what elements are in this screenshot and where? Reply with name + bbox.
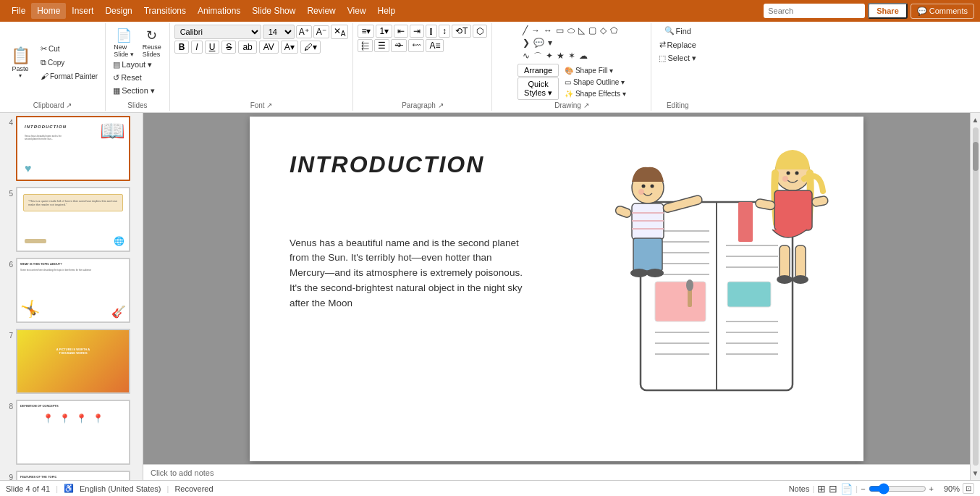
star4-tool[interactable]: ✦: [544, 50, 554, 64]
view-normal-icon[interactable]: ⊞: [817, 483, 826, 495]
bullets-button[interactable]: ≡▾: [358, 25, 374, 38]
highlight-color-button[interactable]: 🖊▾: [300, 41, 321, 54]
line-spacing-button[interactable]: ↕: [439, 25, 450, 38]
reuse-slides-button[interactable]: ↻ ReuseSlides: [139, 28, 165, 57]
view-slide-sorter-icon[interactable]: ⊟: [829, 483, 837, 495]
slide-title[interactable]: INTRODUCTION: [290, 151, 484, 178]
zoom-level[interactable]: 90%: [937, 484, 960, 493]
callout-tool[interactable]: 💬: [532, 37, 546, 49]
text-direction-button[interactable]: ⟲T: [452, 25, 471, 38]
font-name-selector[interactable]: Calibri Arial Times New Roman: [174, 25, 261, 39]
slide-4-thumbnail[interactable]: INTRODUCTION Venus has a beautiful name …: [16, 116, 130, 181]
shape-outline-button[interactable]: ▭ Shape Outline ▾: [562, 77, 629, 88]
zoom-slider[interactable]: [869, 483, 926, 495]
menu-item-insert[interactable]: Insert: [66, 3, 99, 19]
font-color-button[interactable]: A▾: [281, 41, 298, 54]
replace-button[interactable]: ⇄Replace: [656, 38, 699, 51]
menu-item-animations[interactable]: Animations: [192, 3, 246, 19]
scroll-down-button[interactable]: ▼: [971, 468, 980, 479]
decrease-indent-button[interactable]: ⇤: [394, 25, 408, 38]
shadow-button[interactable]: ab: [238, 41, 256, 54]
freeform-tool[interactable]: ∿: [521, 50, 531, 64]
canvas-vscrollbar[interactable]: ▲ ▼: [970, 113, 980, 480]
zoom-out-button[interactable]: −: [861, 484, 865, 493]
justify-button[interactable]: ⬳: [408, 39, 424, 52]
slide-canvas[interactable]: INTRODUCTION Venus has a beautiful name …: [250, 117, 863, 461]
clear-format-button[interactable]: ✕A: [331, 25, 349, 39]
canvas-area[interactable]: INTRODUCTION Venus has a beautiful name …: [143, 113, 970, 480]
layout-button[interactable]: ▤Layout ▾: [110, 59, 165, 71]
chevron-right-tool[interactable]: ❯: [521, 37, 531, 49]
menu-item-slideshow[interactable]: Slide Show: [246, 3, 301, 19]
increase-indent-button[interactable]: ⇥: [410, 25, 424, 38]
shape-fill-button[interactable]: 🎨 Shape Fill ▾: [562, 65, 629, 76]
slide-thumb-8[interactable]: 8 DEFINITION OF CONCEPTS 📍 📍 📍 📍: [0, 397, 143, 468]
slide-8-thumbnail[interactable]: DEFINITION OF CONCEPTS 📍 📍 📍 📍: [16, 400, 130, 465]
numbering-button[interactable]: 1▾: [376, 25, 392, 38]
cols-button[interactable]: ⫿: [426, 25, 437, 38]
fit-slide-button[interactable]: ⊡: [963, 483, 974, 494]
convert-to-smartart-button[interactable]: ⬡: [473, 25, 487, 38]
oval-tool[interactable]: ⬭: [566, 25, 576, 36]
notes-bar[interactable]: Click to add notes: [143, 464, 970, 480]
notes-status-button[interactable]: Notes: [789, 484, 810, 493]
scroll-thumb[interactable]: [973, 142, 979, 171]
rectangle-tool[interactable]: ▭: [554, 25, 565, 36]
search-input[interactable]: [764, 4, 865, 18]
zoom-in-button[interactable]: +: [929, 484, 934, 493]
slide-thumb-6[interactable]: 6 WHAT IS THIS TOPIC ABOUT? Some text co…: [0, 255, 143, 326]
align-right-button[interactable]: ⬲: [391, 39, 407, 52]
slide-9-thumbnail[interactable]: FEATURES OF THE TOPIC: [16, 471, 130, 480]
find-button[interactable]: 🔍Find: [662, 25, 694, 37]
bold-button[interactable]: B: [174, 41, 190, 54]
arrange-button[interactable]: Arrange: [518, 64, 559, 77]
view-reading-icon[interactable]: 📄: [840, 483, 853, 495]
star6-tool[interactable]: ✶: [567, 50, 577, 64]
menu-item-file[interactable]: File: [6, 3, 31, 19]
cloud-tool[interactable]: ☁: [578, 50, 589, 64]
star5-tool[interactable]: ★: [555, 50, 566, 64]
align-center-button[interactable]: ☰: [374, 39, 389, 52]
diamond-tool[interactable]: ◇: [599, 25, 608, 36]
select-button[interactable]: ⬚ Select ▾: [656, 52, 699, 64]
language-info[interactable]: English (United States): [80, 484, 161, 493]
menu-item-view[interactable]: View: [342, 3, 372, 19]
line-tool[interactable]: ╱: [521, 25, 529, 36]
double-arrow-tool[interactable]: ↔: [542, 25, 554, 36]
copy-button[interactable]: ⧉Copy: [38, 56, 101, 69]
slide-7-thumbnail[interactable]: A PICTURE IS WORTH ATHOUSAND WORDS: [16, 329, 130, 394]
slide-thumb-7[interactable]: 7 A PICTURE IS WORTH ATHOUSAND WORDS: [0, 326, 143, 397]
format-painter-button[interactable]: 🖌Format Painter: [38, 70, 101, 82]
menu-item-help[interactable]: Help: [372, 3, 402, 19]
font-increase-button[interactable]: A⁺: [296, 25, 312, 38]
italic-button[interactable]: I: [191, 41, 202, 54]
paste-button[interactable]: 📋 Paste ▾: [4, 43, 36, 81]
reset-button[interactable]: ↺Reset: [110, 72, 165, 84]
slide-thumb-5[interactable]: 5 "This is a quote inside full of lorem …: [0, 184, 143, 255]
slide-thumb-4[interactable]: 4 INTRODUCTION Venus has a beautiful nam…: [0, 113, 143, 184]
slide-body-text[interactable]: Venus has a beautiful name and is the se…: [290, 236, 528, 312]
more-shapes-tool[interactable]: ▾: [546, 37, 554, 49]
text-shadow-button[interactable]: A≡: [426, 39, 444, 52]
scroll-up-button[interactable]: ▲: [971, 114, 980, 125]
quick-styles-button[interactable]: QuickStyles ▾: [518, 77, 559, 100]
cut-button[interactable]: ✂Cut: [38, 43, 101, 55]
new-slide-button[interactable]: 📄 NewSlide ▾: [110, 28, 138, 57]
font-size-selector[interactable]: 14 12 16 18 24 28 32 36: [263, 25, 295, 39]
char-spacing-button[interactable]: AV: [259, 41, 279, 54]
arrow-tool[interactable]: →: [530, 25, 541, 36]
menu-item-home[interactable]: Home: [31, 3, 66, 19]
underline-button[interactable]: U: [205, 41, 220, 54]
share-button[interactable]: Share: [868, 3, 908, 19]
right-triangle-tool[interactable]: ◺: [577, 25, 586, 36]
scroll-track[interactable]: [973, 127, 979, 466]
align-left-button[interactable]: ⬱: [358, 39, 373, 52]
font-decrease-button[interactable]: A⁻: [313, 25, 329, 38]
comments-button[interactable]: 💬 Comments: [911, 4, 974, 19]
menu-item-review[interactable]: Review: [301, 3, 341, 19]
pentagon-tool[interactable]: ⬠: [609, 25, 619, 36]
slide-6-thumbnail[interactable]: WHAT IS THIS TOPIC ABOUT? Some text cont…: [16, 258, 130, 323]
shape-effects-button[interactable]: ✨ Shape Effects ▾: [562, 88, 629, 99]
strikethrough-button[interactable]: S: [221, 41, 236, 54]
accessibility-icon[interactable]: ♿: [64, 484, 74, 493]
